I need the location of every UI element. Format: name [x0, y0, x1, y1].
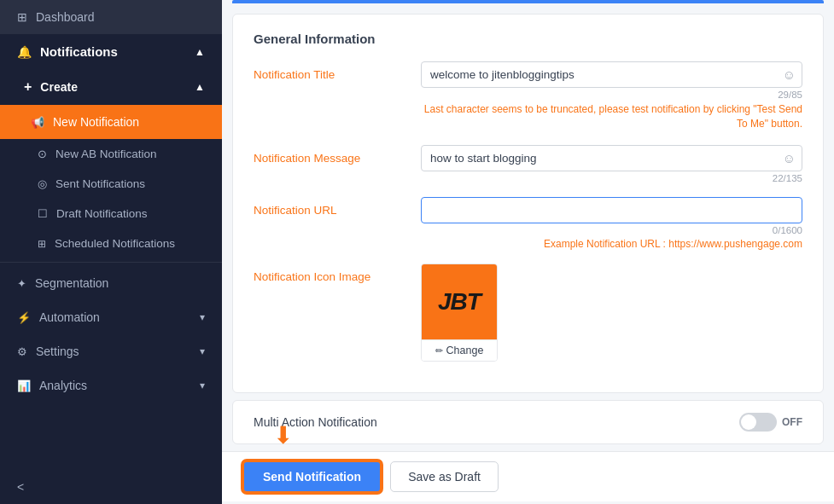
- sidebar-analytics-label: Analytics: [39, 379, 87, 392]
- change-btn-label: Change: [446, 345, 484, 356]
- sidebar: Dashboard Notifications ▲ Create ▲ New N…: [0, 0, 222, 504]
- toggle-track[interactable]: [739, 413, 777, 432]
- sidebar-item-draft[interactable]: Draft Notifications: [0, 199, 222, 229]
- settings-icon: [17, 345, 27, 358]
- general-info-section: General Information Notification Title ☺…: [232, 14, 824, 393]
- title-emoji-button[interactable]: ☺: [783, 67, 796, 82]
- icon-field: JBT Change: [421, 264, 802, 362]
- url-label: Notification URL: [254, 197, 407, 217]
- message-label: Notification Message: [254, 145, 407, 165]
- sidebar-draft-label: Draft Notifications: [56, 207, 148, 220]
- sidebar-item-create[interactable]: Create ▲: [0, 69, 222, 105]
- sidebar-item-notifications[interactable]: Notifications ▲: [0, 34, 222, 69]
- icon-label: Notification Icon Image: [254, 264, 407, 283]
- draft-icon: [38, 207, 48, 220]
- url-hint: Example Notification URL : https://www.p…: [421, 238, 802, 250]
- change-icon-button[interactable]: Change: [422, 339, 497, 361]
- sidebar-automation-label: Automation: [39, 310, 100, 324]
- pencil-icon: [435, 345, 443, 356]
- automation-icon: [17, 310, 31, 324]
- icon-image-box: JBT Change: [421, 264, 498, 362]
- sidebar-item-new-ab[interactable]: New AB Notification: [0, 139, 222, 169]
- sidebar-scheduled-label: Scheduled Notifications: [55, 237, 175, 250]
- sidebar-item-analytics[interactable]: Analytics ▾: [0, 368, 222, 403]
- multi-action-section: Multi Action Notification OFF: [232, 400, 824, 444]
- message-row: Notification Message ☺ 22/135: [254, 145, 802, 183]
- url-input-wrapper: [421, 197, 802, 223]
- bell-icon: [17, 44, 32, 59]
- sidebar-new-ab-label: New AB Notification: [55, 148, 157, 160]
- message-input-wrapper: ☺: [421, 145, 802, 171]
- title-input-wrapper: ☺: [421, 61, 802, 88]
- segment-icon: [17, 276, 26, 290]
- create-arrow-icon: ▲: [195, 81, 205, 93]
- sidebar-item-scheduled[interactable]: Scheduled Notifications: [0, 229, 222, 258]
- sidebar-item-sent[interactable]: Sent Notifications: [0, 169, 222, 199]
- sidebar-item-dashboard[interactable]: Dashboard: [0, 0, 222, 34]
- save-draft-button[interactable]: Save as Draft: [390, 461, 499, 492]
- sidebar-item-segmentation[interactable]: Segmentation: [0, 266, 222, 300]
- highlight-bar: [232, 0, 824, 3]
- scheduled-icon: [38, 237, 46, 250]
- megaphone-icon: [31, 115, 44, 129]
- arrow-indicator: ⬇: [273, 421, 293, 449]
- sidebar-new-notification-label: New Notification: [53, 115, 139, 129]
- title-warning: Last character seems to be truncated, pl…: [421, 102, 802, 131]
- section-title: General Information: [254, 32, 802, 46]
- message-emoji-button[interactable]: ☺: [783, 151, 796, 165]
- sidebar-item-dashboard-label: Dashboard: [36, 10, 95, 24]
- send-notification-button[interactable]: Send Notification: [242, 461, 382, 493]
- analytics-arrow-icon: ▾: [200, 379, 205, 391]
- multi-action-label: Multi Action Notification: [254, 415, 377, 429]
- collapse-label: <: [17, 480, 24, 494]
- sidebar-create-label: Create: [40, 80, 78, 94]
- url-input[interactable]: [421, 197, 802, 223]
- sidebar-item-settings[interactable]: Settings ▾: [0, 334, 222, 368]
- title-char-count: 29/85: [421, 90, 802, 100]
- sidebar-item-new-notification[interactable]: New Notification: [0, 105, 222, 139]
- sidebar-notifications-label: Notifications: [40, 44, 118, 59]
- url-field: 0/1600 Example Notification URL : https:…: [421, 197, 802, 250]
- toggle-knob: [741, 414, 756, 430]
- sidebar-item-automation[interactable]: Automation ▾: [0, 300, 222, 334]
- message-field: ☺ 22/135: [421, 145, 802, 183]
- title-input[interactable]: [421, 61, 802, 88]
- message-char-count: 22/135: [421, 173, 802, 183]
- analytics-icon: [17, 379, 31, 392]
- sidebar-segmentation-label: Segmentation: [35, 276, 108, 290]
- title-row: Notification Title ☺ 29/85 Last characte…: [254, 61, 802, 131]
- main-content: General Information Notification Title ☺…: [222, 0, 834, 504]
- divider: [0, 262, 222, 263]
- message-input[interactable]: [421, 145, 802, 171]
- sidebar-settings-label: Settings: [36, 345, 79, 358]
- icon-row: Notification Icon Image JBT Change: [254, 264, 802, 362]
- dashboard-icon: [17, 10, 27, 24]
- settings-arrow-icon: ▾: [200, 345, 205, 357]
- url-char-count: 0/1600: [421, 225, 802, 235]
- icon-preview: JBT: [422, 264, 497, 339]
- url-row: Notification URL 0/1600 Example Notifica…: [254, 197, 802, 250]
- sidebar-sent-label: Sent Notifications: [55, 177, 145, 190]
- bottom-bar: ⬇ Send Notification Save as Draft: [222, 451, 834, 501]
- automation-arrow-icon: ▾: [200, 311, 205, 323]
- toggle-state-label: OFF: [782, 416, 802, 428]
- title-field: ☺ 29/85 Last character seems to be trunc…: [421, 61, 802, 131]
- sent-icon: [38, 177, 47, 190]
- ab-icon: [38, 148, 47, 160]
- sidebar-collapse-btn[interactable]: <: [0, 470, 222, 504]
- title-label: Notification Title: [254, 61, 407, 81]
- toggle-switch[interactable]: OFF: [739, 413, 802, 432]
- plus-icon: [24, 79, 32, 95]
- jbt-logo: JBT: [438, 288, 481, 316]
- notifications-arrow-icon: ▲: [195, 46, 205, 58]
